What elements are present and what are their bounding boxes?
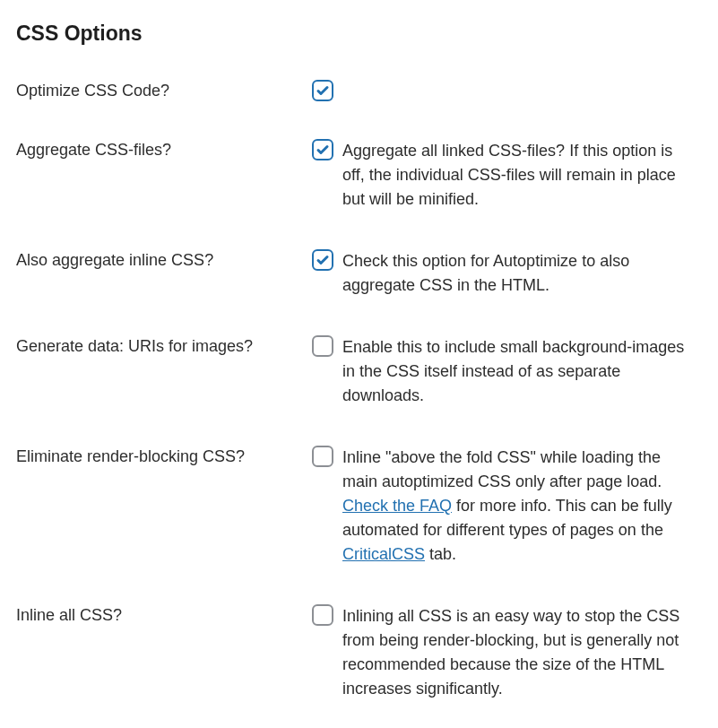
- link-check-faq[interactable]: Check the FAQ: [342, 497, 452, 515]
- link-criticalcss[interactable]: CriticalCSS: [342, 545, 425, 563]
- checkbox-aggregate-css[interactable]: [312, 139, 333, 160]
- desc-render-blocking: Inline "above the fold CSS" while loadin…: [342, 446, 692, 567]
- label-optimize-css: Optimize CSS Code?: [16, 80, 312, 100]
- label-aggregate-css: Aggregate CSS-files?: [16, 139, 312, 160]
- row-aggregate-inline-css: Also aggregate inline CSS? Check this op…: [16, 249, 702, 298]
- checkbox-render-blocking[interactable]: [312, 446, 333, 467]
- label-aggregate-inline-css: Also aggregate inline CSS?: [16, 249, 312, 270]
- checkbox-aggregate-inline-css[interactable]: [312, 249, 333, 271]
- row-data-uris: Generate data: URIs for images? Enable t…: [16, 335, 702, 408]
- section-heading: CSS Options: [16, 22, 702, 46]
- checkbox-data-uris[interactable]: [312, 335, 333, 357]
- desc-aggregate-css: Aggregate all linked CSS-files? If this …: [342, 139, 692, 212]
- label-render-blocking: Eliminate render-blocking CSS?: [16, 446, 312, 466]
- desc-inline-all: Inlining all CSS is an easy way to stop …: [342, 604, 692, 701]
- row-inline-all: Inline all CSS? Inlining all CSS is an e…: [16, 604, 702, 701]
- desc-data-uris: Enable this to include small background-…: [342, 335, 692, 408]
- checkbox-inline-all[interactable]: [312, 604, 333, 626]
- row-render-blocking: Eliminate render-blocking CSS? Inline "a…: [16, 446, 702, 567]
- desc-aggregate-inline-css: Check this option for Autoptimize to als…: [342, 249, 692, 298]
- row-optimize-css: Optimize CSS Code?: [16, 80, 702, 101]
- label-data-uris: Generate data: URIs for images?: [16, 335, 312, 356]
- label-inline-all: Inline all CSS?: [16, 604, 312, 625]
- checkbox-optimize-css[interactable]: [312, 80, 333, 101]
- row-aggregate-css: Aggregate CSS-files? Aggregate all linke…: [16, 139, 702, 212]
